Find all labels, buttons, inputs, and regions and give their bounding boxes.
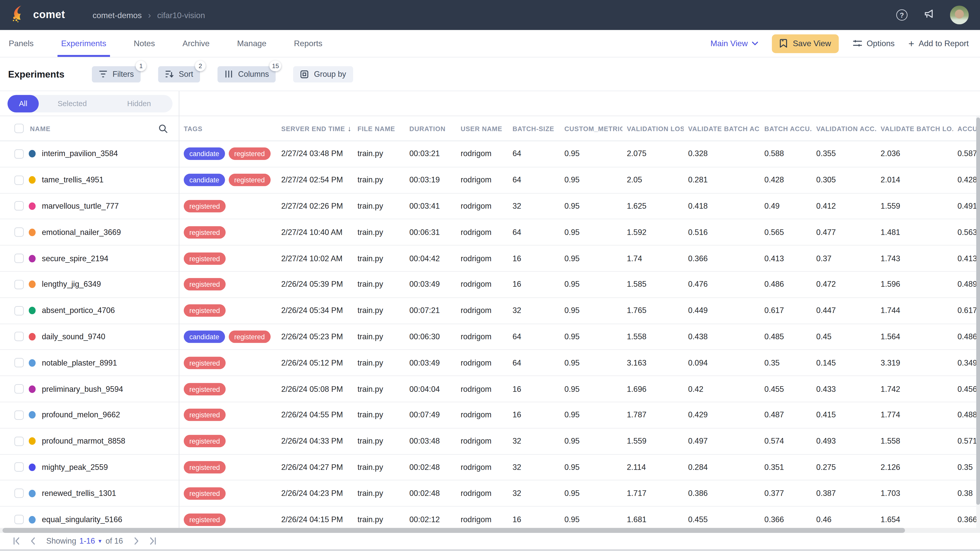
tab-selected[interactable]: Selected xyxy=(39,99,106,108)
row-checkbox[interactable] xyxy=(14,175,24,185)
filters-button[interactable]: Filters 1 xyxy=(92,66,141,82)
column-header-validate_batch_ac[interactable]: VALIDATE BATCH AC... xyxy=(684,125,760,132)
column-header-validate_batch_lo[interactable]: VALIDATE BATCH LO... xyxy=(876,125,953,132)
row-checkbox[interactable] xyxy=(14,280,24,289)
experiment-row[interactable]: secure_spire_2194 xyxy=(0,246,179,272)
experiment-row[interactable]: tame_trellis_4951 xyxy=(0,167,179,193)
row-checkbox[interactable] xyxy=(14,437,24,446)
tab-hidden[interactable]: Hidden xyxy=(106,99,172,108)
experiment-name[interactable]: absent_portico_4706 xyxy=(42,306,115,315)
experiment-name[interactable]: emotional_nailer_3669 xyxy=(42,228,121,237)
column-header-validation_acc[interactable]: VALIDATION ACC... xyxy=(812,125,876,132)
tab-archive[interactable]: Archive xyxy=(183,30,210,57)
experiment-name[interactable]: interim_pavilion_3584 xyxy=(42,149,118,158)
cell-user_name: rodrigom xyxy=(456,202,508,210)
row-checkbox[interactable] xyxy=(14,410,24,420)
experiment-row[interactable]: profound_marmot_8858 xyxy=(0,428,179,454)
experiment-row[interactable]: interim_pavilion_3584 xyxy=(0,141,179,167)
row-checkbox[interactable] xyxy=(14,515,24,524)
column-header-server_end_time[interactable]: SERVER END TIME↓ xyxy=(277,124,353,133)
search-icon[interactable] xyxy=(158,124,168,136)
experiment-name[interactable]: preliminary_bush_9594 xyxy=(42,385,123,393)
column-header-tags[interactable]: TAGS xyxy=(180,125,277,132)
row-checkbox[interactable] xyxy=(14,254,24,263)
experiment-row[interactable]: daily_sound_9740 xyxy=(0,324,179,350)
experiment-row[interactable]: marvellous_turtle_777 xyxy=(0,193,179,219)
name-column-header[interactable]: NAME xyxy=(0,116,179,141)
cell-validate_batch_ac: 0.284 xyxy=(684,463,760,472)
row-checkbox[interactable] xyxy=(14,358,24,368)
row-checkbox[interactable] xyxy=(14,489,24,498)
user-avatar[interactable] xyxy=(950,6,969,24)
experiment-name[interactable]: mighty_peak_2559 xyxy=(42,463,108,472)
experiment-name[interactable]: renewed_trellis_1301 xyxy=(42,489,116,498)
row-checkbox[interactable] xyxy=(14,332,24,341)
help-icon[interactable]: ? xyxy=(896,10,907,21)
experiment-name[interactable]: equal_singularity_5166 xyxy=(42,515,122,524)
vertical-scrollbar-thumb[interactable] xyxy=(976,118,980,505)
experiment-name[interactable]: profound_melon_9662 xyxy=(42,411,120,419)
page-bottom-scrollbar[interactable] xyxy=(0,549,980,551)
row-checkbox[interactable] xyxy=(14,306,24,315)
experiment-row[interactable]: notable_plaster_8991 xyxy=(0,350,179,376)
experiment-row[interactable]: mighty_peak_2559 xyxy=(0,454,179,481)
experiment-row[interactable]: absent_portico_4706 xyxy=(0,298,179,324)
tab-notes[interactable]: Notes xyxy=(134,30,155,57)
experiment-row[interactable]: preliminary_bush_9594 xyxy=(0,376,179,402)
experiment-row[interactable]: lengthy_jig_6349 xyxy=(0,272,179,298)
column-header-duration[interactable]: DURATION xyxy=(405,125,456,132)
horizontal-scrollbar[interactable] xyxy=(0,528,980,533)
column-header-accura[interactable]: ACCURA xyxy=(953,125,980,132)
next-page-icon[interactable] xyxy=(128,535,144,547)
cell-duration: 00:04:42 xyxy=(405,254,456,263)
experiment-name[interactable]: profound_marmot_8858 xyxy=(42,437,125,445)
cell-batch_size: 16 xyxy=(508,280,560,289)
experiment-name[interactable]: secure_spire_2194 xyxy=(42,254,108,263)
experiment-name[interactable]: daily_sound_9740 xyxy=(42,332,105,341)
announcements-icon[interactable] xyxy=(923,7,935,22)
row-checkbox[interactable] xyxy=(14,384,24,394)
tab-manage[interactable]: Manage xyxy=(237,30,266,57)
experiment-row[interactable]: profound_melon_9662 xyxy=(0,402,179,428)
horizontal-scrollbar-thumb[interactable] xyxy=(3,528,905,533)
page-range-dropdown[interactable]: 1-16 ▼ xyxy=(80,537,102,545)
sort-button[interactable]: Sort 2 xyxy=(158,66,200,82)
experiment-name[interactable]: lengthy_jig_6349 xyxy=(42,280,101,289)
tab-experiments[interactable]: Experiments xyxy=(61,30,106,57)
column-header-custom_metric[interactable]: CUSTOM_METRIC xyxy=(560,125,622,132)
add-to-report-button[interactable]: + Add to Report xyxy=(908,38,969,48)
experiment-row[interactable]: renewed_trellis_1301 xyxy=(0,481,179,507)
tab-reports[interactable]: Reports xyxy=(294,30,323,57)
experiment-name[interactable]: tame_trellis_4951 xyxy=(42,176,103,184)
save-view-button[interactable]: Save View xyxy=(772,34,838,52)
save-view-label: Save View xyxy=(793,39,831,48)
columns-button[interactable]: Columns 15 xyxy=(218,66,276,82)
select-all-checkbox[interactable] xyxy=(14,124,24,133)
previous-page-icon[interactable] xyxy=(25,535,41,547)
column-header-batch_accu[interactable]: BATCH ACCU... xyxy=(760,125,812,132)
breadcrumb-project[interactable]: cifar10-vision xyxy=(157,10,205,20)
column-header-batch_size[interactable]: BATCH-SIZE xyxy=(508,125,560,132)
breadcrumb-workspace[interactable]: comet-demos xyxy=(93,10,142,20)
tab-all[interactable]: All xyxy=(7,95,38,112)
column-header-validation_loss[interactable]: VALIDATION LOSS xyxy=(622,125,684,132)
first-page-icon[interactable] xyxy=(9,535,25,547)
cell-validate_batch_lo: 2.036 xyxy=(876,149,953,158)
row-checkbox[interactable] xyxy=(14,149,24,159)
options-button[interactable]: Options xyxy=(852,39,894,48)
experiment-row[interactable]: emotional_nailer_3669 xyxy=(0,220,179,246)
experiment-name[interactable]: notable_plaster_8991 xyxy=(42,359,117,367)
column-header-user_name[interactable]: USER NAME xyxy=(456,125,508,132)
tab-panels[interactable]: Panels xyxy=(9,30,33,57)
column-header-file_name[interactable]: FILE NAME xyxy=(353,125,405,132)
comet-logo[interactable]: comet xyxy=(11,5,65,25)
vertical-scrollbar[interactable] xyxy=(976,116,980,528)
filters-count-badge: 1 xyxy=(136,60,146,71)
experiment-name[interactable]: marvellous_turtle_777 xyxy=(42,202,119,210)
view-selector[interactable]: Main View xyxy=(711,39,759,48)
group-by-button[interactable]: Group by xyxy=(293,66,353,82)
row-checkbox[interactable] xyxy=(14,227,24,237)
last-page-icon[interactable] xyxy=(144,535,161,547)
row-checkbox[interactable] xyxy=(14,202,24,211)
row-checkbox[interactable] xyxy=(14,462,24,472)
